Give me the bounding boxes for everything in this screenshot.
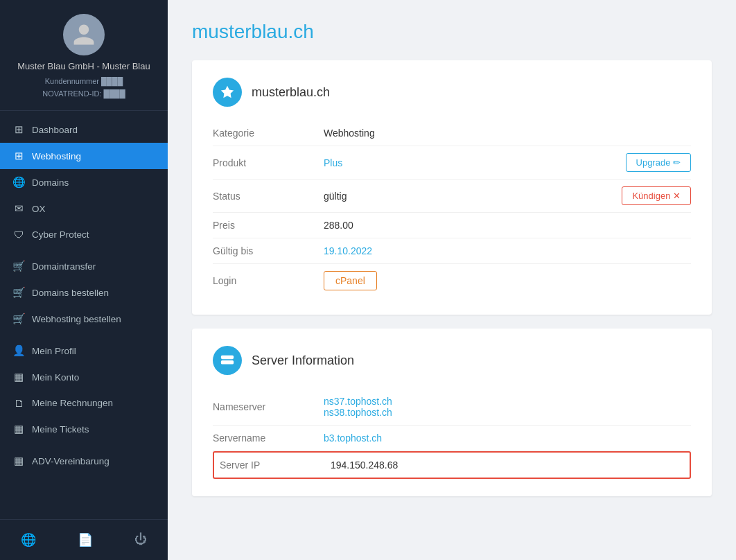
label-gueltig-bis: Gültig bis: [213, 245, 324, 256]
label-nameserver: Nameserver: [213, 401, 324, 412]
value-server-ip: 194.150.248.68: [331, 460, 684, 471]
server-icon-circle: [213, 346, 242, 375]
label-produkt: Produkt: [213, 157, 324, 168]
status-actions: Kündigen ✕: [622, 186, 691, 205]
language-icon[interactable]: 🌐: [14, 530, 43, 550]
sidebar-item-domains[interactable]: 🌐 Domains: [0, 169, 168, 195]
page-title: musterblau.ch: [192, 21, 712, 43]
sidebar-item-label: Meine Tickets: [32, 424, 89, 435]
label-status: Status: [213, 191, 324, 202]
sidebar-item-domaintransfer[interactable]: 🛒 Domaintransfer: [0, 253, 168, 279]
hosting-card-header: musterblau.ch: [213, 78, 691, 107]
table-icon: ▦: [12, 423, 25, 435]
value-produkt: Plus: [324, 157, 626, 168]
server-card-header: Server Information: [213, 346, 691, 375]
value-preis: 288.00: [324, 220, 691, 231]
sidebar-item-ox[interactable]: ✉ OX: [0, 195, 168, 222]
sidebar-item-label: ADV-Vereinbarung: [32, 456, 109, 466]
info-row-login: Login cPanel: [213, 264, 691, 297]
label-login: Login: [213, 275, 324, 286]
cart-icon: 🛒: [12, 260, 25, 272]
sidebar-nav: ⊞ Dashboard ⊞ Webhosting 🌐 Domains ✉ OX …: [0, 111, 168, 519]
hosting-card-title: musterblau.ch: [252, 85, 330, 100]
sidebar-item-domains-bestellen[interactable]: 🛒 Domains bestellen: [0, 279, 168, 306]
label-server-ip: Server IP: [220, 460, 331, 471]
info-row-server-ip: Server IP 194.150.248.68: [213, 451, 691, 479]
sidebar-item-label: Domains: [32, 177, 69, 188]
svg-point-0: [231, 357, 232, 358]
kundennummer-value: ████: [101, 77, 123, 85]
sidebar-item-label: Domains bestellen: [32, 288, 109, 298]
power-icon[interactable]: ⏻: [128, 530, 154, 550]
sidebar-item-webhosting[interactable]: ⊞ Webhosting: [0, 143, 168, 169]
svg-point-1: [231, 362, 232, 363]
sidebar-item-label: Webhosting: [32, 151, 81, 161]
sidebar-bottom: 🌐 📄 ⏻: [0, 519, 168, 560]
sidebar-item-dashboard[interactable]: ⊞ Dashboard: [0, 116, 168, 143]
star-icon-circle: [213, 78, 242, 107]
hosting-card: musterblau.ch Kategorie Webhosting Produ…: [192, 60, 712, 315]
cart-icon: 🛒: [12, 286, 25, 299]
value-servername: b3.tophost.ch: [324, 432, 691, 444]
grid-icon: ⊞: [12, 150, 25, 162]
sidebar-item-meine-tickets[interactable]: ▦ Meine Tickets: [0, 416, 168, 442]
sidebar-item-adv-vereinbarung[interactable]: ▦ ADV-Vereinbarung: [0, 448, 168, 474]
cpanel-button[interactable]: cPanel: [324, 271, 377, 290]
info-row-produkt: Produkt Plus Upgrade ✏: [213, 146, 691, 180]
sidebar: Muster Blau GmbH - Muster Blau Kundennum…: [0, 0, 168, 560]
sidebar-item-cyber-protect[interactable]: 🛡 Cyber Protect: [0, 222, 168, 247]
label-kategorie: Kategorie: [213, 128, 324, 139]
kuendigen-button[interactable]: Kündigen ✕: [622, 186, 691, 205]
info-row-nameserver: Nameserver ns37.tophost.ch ns38.tophost.…: [213, 389, 691, 426]
info-row-kategorie: Kategorie Webhosting: [213, 121, 691, 146]
file-icon: 🗋: [12, 397, 25, 409]
table-icon: ▦: [12, 455, 25, 467]
upgrade-button[interactable]: Upgrade ✏: [626, 153, 691, 172]
sidebar-item-label: Cyber Protect: [32, 229, 89, 240]
document-icon[interactable]: 📄: [71, 530, 100, 550]
produkt-actions: Upgrade ✏: [626, 153, 691, 172]
sidebar-item-label: Dashboard: [32, 125, 78, 135]
info-row-gueltig-bis: Gültig bis 19.10.2022: [213, 238, 691, 264]
sidebar-item-label: Webhosting bestellen: [32, 314, 121, 324]
label-servername: Servername: [213, 432, 324, 444]
value-status: gültig: [324, 191, 622, 202]
mail-icon: ✉: [12, 202, 25, 215]
sidebar-item-meine-rechnungen[interactable]: 🗋 Meine Rechnungen: [0, 390, 168, 416]
table-icon: ▦: [12, 371, 25, 383]
sidebar-item-webhosting-bestellen[interactable]: 🛒 Webhosting bestellen: [0, 306, 168, 332]
label-preis: Preis: [213, 220, 324, 231]
info-row-servername: Servername b3.tophost.ch: [213, 426, 691, 451]
user-icon: 👤: [12, 344, 25, 357]
sidebar-item-label: Mein Profil: [32, 346, 76, 356]
sidebar-item-label: Mein Konto: [32, 372, 79, 383]
avatar: [63, 14, 105, 55]
main-content: musterblau.ch musterblau.ch Kategorie We…: [168, 0, 736, 560]
info-row-status: Status gültig Kündigen ✕: [213, 180, 691, 213]
globe-icon: 🌐: [12, 176, 25, 189]
profile-name: Muster Blau GmbH - Muster Blau: [17, 61, 150, 71]
value-nameserver: ns37.tophost.ch ns38.tophost.ch: [324, 396, 691, 418]
kundennummer-label: Kundennummer: [45, 77, 99, 85]
value-login: cPanel: [324, 271, 691, 290]
value-gueltig-bis: 19.10.2022: [324, 245, 691, 256]
sidebar-item-label: Domaintransfer: [32, 261, 96, 272]
value-kategorie: Webhosting: [324, 128, 691, 139]
sidebar-item-label: OX: [32, 204, 46, 214]
sidebar-item-mein-profil[interactable]: 👤 Mein Profil: [0, 338, 168, 364]
shield-icon: 🛡: [12, 229, 25, 240]
novatrend-label: NOVATREND-ID:: [42, 89, 101, 98]
info-row-preis: Preis 288.00: [213, 213, 691, 238]
novatrend-value: ████: [104, 89, 125, 98]
cart-icon: 🛒: [12, 313, 25, 325]
server-card: Server Information Nameserver ns37.topho…: [192, 329, 712, 496]
server-card-title: Server Information: [252, 353, 354, 368]
grid-icon: ⊞: [12, 123, 25, 136]
sidebar-item-label: Meine Rechnungen: [32, 398, 113, 408]
sidebar-profile: Muster Blau GmbH - Muster Blau Kundennum…: [0, 0, 168, 111]
sidebar-item-mein-konto[interactable]: ▦ Mein Konto: [0, 364, 168, 390]
